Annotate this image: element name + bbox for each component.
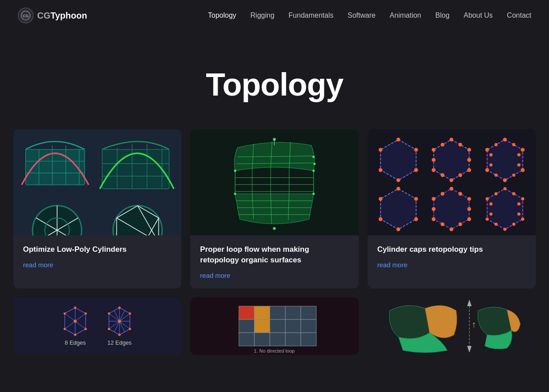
- svg-point-70: [396, 178, 400, 182]
- svg-point-165: [129, 312, 131, 315]
- svg-point-80: [459, 143, 463, 147]
- svg-point-136: [495, 192, 498, 195]
- svg-point-106: [396, 227, 400, 231]
- svg-point-64: [234, 192, 236, 195]
- card-cylinders-title: Optimize Low-Poly Cylinders: [23, 244, 172, 255]
- svg-rect-171: [239, 306, 254, 319]
- svg-point-75: [468, 148, 472, 152]
- svg-rect-177: [254, 319, 270, 333]
- site-header: CG CGTyphoon Topology Rigging Fundamenta…: [0, 0, 549, 31]
- svg-point-65: [313, 192, 315, 195]
- svg-rect-179: [285, 319, 301, 333]
- logo[interactable]: CG CGTyphoon: [18, 8, 87, 23]
- nav-fundamentals[interactable]: Fundamentals: [288, 12, 333, 19]
- svg-text:CG: CG: [23, 14, 29, 18]
- hex-2: [426, 135, 477, 185]
- svg-point-103: [396, 187, 400, 191]
- svg-point-81: [468, 158, 472, 162]
- partial-cards-row: 8 Edges: [13, 297, 536, 355]
- svg-point-133: [495, 223, 498, 226]
- card-caps-image: [368, 129, 536, 235]
- svg-point-149: [64, 312, 66, 315]
- svg-point-77: [450, 178, 454, 182]
- partial-card-edges[interactable]: 8 Edges: [13, 297, 181, 355]
- nav-rigging[interactable]: Rigging: [250, 12, 274, 19]
- hex-3: [480, 135, 530, 185]
- svg-text:1. No directed loop: 1. No directed loop: [254, 348, 295, 354]
- svg-point-45: [314, 163, 316, 165]
- svg-rect-173: [270, 306, 285, 319]
- svg-point-101: [495, 143, 498, 146]
- card-cylinders[interactable]: "Star" 12 Triangles: [13, 129, 181, 288]
- hex-1: [373, 135, 424, 185]
- svg-point-116: [459, 192, 463, 196]
- svg-marker-66: [380, 139, 416, 180]
- svg-point-111: [468, 197, 472, 201]
- svg-marker-122: [487, 188, 522, 229]
- svg-rect-172: [254, 306, 270, 319]
- svg-point-135: [489, 202, 492, 205]
- card-caps-title: Cylinder caps retopology tips: [377, 244, 526, 255]
- svg-point-72: [379, 148, 383, 152]
- main-cards-row: "Star" 12 Triangles: [13, 129, 536, 288]
- card-caps-body: Cylinder caps retopology tips read more: [368, 235, 536, 278]
- edge-12: 12 Edges: [104, 306, 135, 346]
- svg-point-118: [459, 223, 463, 227]
- svg-point-134: [489, 212, 492, 215]
- card-loop-body: Proper loop flow when making retopology …: [190, 235, 358, 288]
- nav-software[interactable]: Software: [348, 12, 376, 19]
- svg-point-85: [441, 143, 445, 147]
- svg-point-95: [518, 163, 521, 166]
- cyl-topleft: [18, 134, 96, 197]
- svg-point-89: [521, 168, 525, 172]
- card-cylinders-body: Optimize Low-Poly Cylinders read more: [13, 235, 181, 278]
- card-cylinders-link[interactable]: read more: [23, 261, 53, 269]
- svg-point-100: [489, 153, 492, 156]
- svg-point-91: [485, 168, 489, 172]
- svg-point-88: [521, 148, 525, 152]
- card-loop-link[interactable]: read more: [200, 272, 230, 279]
- hex-6: [480, 184, 530, 234]
- card-loop-title: Proper loop flow when making retopology …: [200, 244, 349, 265]
- svg-point-68: [414, 148, 418, 152]
- nav-about[interactable]: About Us: [464, 12, 493, 19]
- partial-card-no-loop[interactable]: 1. No directed loop: [190, 297, 358, 355]
- svg-point-110: [450, 187, 454, 191]
- svg-rect-175: [301, 306, 316, 319]
- nav-animation[interactable]: Animation: [390, 12, 421, 19]
- svg-point-119: [441, 223, 445, 227]
- svg-point-105: [414, 217, 418, 221]
- cyl-botright: "Strip" 10 Triangles: [98, 199, 177, 235]
- svg-point-129: [512, 192, 515, 195]
- hex-4: [373, 184, 424, 234]
- nav-topology[interactable]: Topology: [208, 12, 236, 19]
- svg-point-127: [486, 218, 489, 221]
- card-loop-flow[interactable]: Proper loop flow when making retopology …: [190, 129, 358, 288]
- svg-point-166: [129, 328, 131, 330]
- nav-contact[interactable]: Contact: [507, 12, 531, 19]
- svg-point-124: [521, 197, 524, 200]
- svg-point-93: [512, 143, 515, 146]
- svg-point-117: [468, 207, 472, 211]
- svg-point-128: [486, 197, 489, 200]
- label-12edges: 12 Edges: [107, 339, 132, 346]
- svg-point-63: [273, 227, 276, 230]
- svg-text:↑: ↑: [472, 319, 476, 329]
- svg-point-97: [503, 179, 507, 182]
- svg-marker-189: [467, 346, 472, 353]
- card-cylinder-caps[interactable]: Cylinder caps retopology tips read more: [368, 129, 536, 288]
- svg-point-104: [414, 197, 418, 201]
- svg-point-79: [432, 148, 436, 152]
- card-caps-link[interactable]: read more: [377, 261, 407, 269]
- svg-marker-188: [467, 300, 472, 306]
- svg-point-67: [396, 138, 400, 142]
- svg-point-169: [108, 312, 110, 315]
- cyl-topright: [98, 134, 177, 197]
- svg-point-87: [503, 138, 507, 142]
- partial-card-organic[interactable]: ↑: [368, 297, 536, 355]
- nav-blog[interactable]: Blog: [435, 12, 449, 19]
- svg-marker-73: [434, 139, 469, 180]
- svg-rect-180: [301, 319, 316, 333]
- svg-point-96: [512, 173, 515, 177]
- svg-point-170: [118, 320, 121, 323]
